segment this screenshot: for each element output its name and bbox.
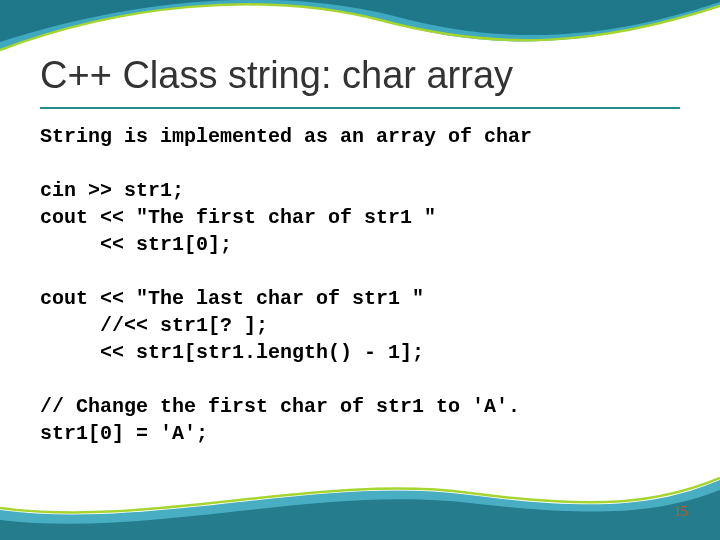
title-underline (40, 107, 680, 109)
slide-title: C++ Class string: char array (40, 55, 680, 97)
code-block: String is implemented as an array of cha… (40, 123, 680, 447)
decorative-swoosh-top (0, 0, 720, 60)
page-number: 15 (674, 504, 688, 520)
slide-content: C++ Class string: char array String is i… (40, 55, 680, 447)
decorative-swoosh-bottom (0, 470, 720, 540)
